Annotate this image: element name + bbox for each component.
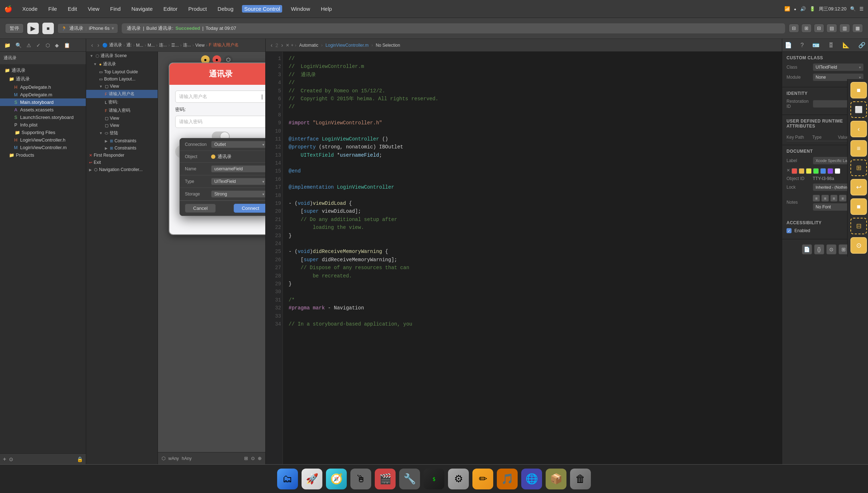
scene-item-view2[interactable]: ▢ View (86, 115, 158, 122)
menu-datetime[interactable]: 周三09:12:20 (819, 6, 846, 12)
editor-toggle-1[interactable]: ⊟ (789, 24, 799, 33)
editor-bc-sep-close[interactable]: ✕ (286, 43, 289, 48)
dock-movies[interactable]: 🎬 (375, 469, 396, 489)
sb-bc-2[interactable]: 通: (126, 42, 132, 48)
insp-icon-doc[interactable]: 📄 (802, 244, 812, 254)
menu-source-control[interactable]: Source Control (242, 5, 282, 13)
scene-item-constraints2[interactable]: ▶ ⊞ Constraints (86, 144, 158, 152)
menu-find[interactable]: Find (108, 5, 123, 13)
editor-toggle-2[interactable]: ⊞ (801, 24, 812, 33)
scene-item-constraints1[interactable]: ▶ ⊞ Constraints (86, 137, 158, 144)
inspector-icon-size[interactable]: 📐 (840, 41, 852, 49)
swatch-purple[interactable] (827, 168, 833, 174)
insp-icon-curly[interactable]: {} (814, 244, 824, 254)
notes-btn-align-right[interactable]: ≡ (830, 195, 837, 202)
scheme-selector[interactable]: 🏃 通讯录 | iPhone 6s ▾ (57, 23, 118, 33)
nav-filter-icon[interactable]: ⊙ (9, 456, 13, 462)
notes-btn-align-center[interactable]: ≡ (821, 195, 829, 202)
dock-safari[interactable]: 🧭 (326, 469, 347, 489)
notes-btn-align-left[interactable]: ≡ (813, 195, 820, 202)
menu-xcode[interactable]: Xcode (20, 5, 40, 13)
canvas-view-as-icon[interactable]: ⬡ (162, 456, 165, 461)
menu-volume[interactable]: 🔊 (800, 6, 806, 11)
menu-bluetooth[interactable]: ⬥ (794, 6, 797, 11)
code-content[interactable]: // // LoginViewController.m // 通讯录 // //… (283, 52, 782, 464)
storyboard-forward-btn[interactable]: › (96, 41, 101, 49)
inspector-icon-connections[interactable]: 🔗 (856, 41, 868, 49)
conn-value-type[interactable]: UITextField ▾ (211, 178, 265, 185)
menu-wifi[interactable]: 📶 (784, 6, 790, 11)
scene-item-password-field[interactable]: F 请输入密码 (86, 106, 158, 115)
nav-add-icon[interactable]: + (3, 456, 6, 462)
sb-bc-6[interactable]: ☰... (171, 43, 179, 48)
tree-item-loginvc-h[interactable]: H LoginViewController.h (0, 136, 86, 144)
apple-menu[interactable]: 🍎 (4, 5, 12, 13)
swatch-orange[interactable] (799, 168, 804, 174)
dock-music[interactable]: 🎵 (497, 469, 518, 489)
widget-btn-list[interactable]: ≡ (850, 140, 867, 157)
nav-test-icon[interactable]: ✓ (35, 42, 42, 49)
nav-warning-icon[interactable]: ⚠ (25, 42, 33, 49)
sb-bc-1[interactable]: 🔵 (102, 43, 108, 48)
tree-item-products[interactable]: 📁 Products (0, 151, 86, 159)
scene-item-view[interactable]: ▼ ▢ View (86, 83, 158, 90)
editor-back-btn[interactable]: ‹ (269, 41, 274, 49)
inspector-icon-identity[interactable]: 🪪 (810, 41, 822, 49)
editor-bc-automatic[interactable]: Automatic (298, 42, 319, 49)
widget-btn-square2[interactable]: ■ (850, 198, 867, 215)
iphone-username-field[interactable]: 请输入用户名 | (175, 91, 265, 103)
sb-bc-view[interactable]: View (195, 43, 205, 48)
dock-archive[interactable]: 📦 (546, 469, 566, 489)
cancel-button[interactable]: Cancel (185, 204, 216, 213)
scene-item-vc[interactable]: ▼ ● 通讯录 (86, 60, 158, 68)
connect-button[interactable]: Connect (234, 204, 265, 213)
sb-bc-7[interactable]: 连... (183, 42, 191, 48)
swatch-yellow[interactable] (806, 168, 812, 174)
editor-bc-plus[interactable]: + (291, 43, 293, 48)
view-toggle-1[interactable]: ▤ (826, 24, 837, 33)
menu-spotlight[interactable]: 🔍 (850, 6, 856, 11)
tree-item-main-storyboard[interactable]: S Main.storyboard (0, 98, 86, 106)
tree-item-通讯录[interactable]: 📁 通讯录 (0, 75, 86, 83)
iphone-password-field[interactable]: 请输入密码 (175, 116, 265, 128)
sb-bc-5[interactable]: 连... (159, 42, 167, 48)
swatch-white[interactable] (835, 168, 840, 174)
view-toggle-3[interactable]: ▦ (852, 24, 863, 33)
doc-close-icon[interactable]: ✕ (787, 168, 790, 173)
dock-sketch[interactable]: ✏ (472, 469, 493, 489)
tree-item-supporting-files[interactable]: 📁 Supporting Files (0, 129, 86, 136)
conn-value-connection[interactable]: Outlet ▾ (211, 141, 265, 148)
conn-value-name[interactable]: usernameField (211, 165, 265, 172)
widget-btn-grid-outline[interactable]: ⊞ (850, 160, 867, 176)
widget-btn-back[interactable]: ‹ (850, 121, 867, 137)
tree-item-launch-storyboard[interactable]: S LaunchScreen.storyboard (0, 114, 86, 121)
scene-item-first-responder[interactable]: ✕ First Responder (86, 152, 158, 159)
accessibility-checkbox[interactable]: ✓ (787, 228, 792, 233)
nav-search-icon[interactable]: 🔍 (14, 42, 23, 49)
canvas-fit-icon[interactable]: ⊕ (258, 456, 262, 461)
sb-bc-label[interactable]: 通讯录 (109, 42, 122, 48)
swatch-red[interactable] (792, 168, 797, 174)
menu-notification[interactable]: ☰ (859, 6, 864, 11)
insp-icon-circle[interactable]: ⊙ (826, 244, 836, 254)
storyboard-back-btn[interactable]: ‹ (90, 41, 94, 49)
scene-item-exit[interactable]: ↩ Exit (86, 159, 158, 166)
widget-btn-circle[interactable]: ⊙ (850, 237, 867, 254)
nav-folder-icon[interactable]: 📁 (3, 42, 12, 49)
menu-product[interactable]: Product (186, 5, 209, 13)
menu-editor[interactable]: Editor (161, 5, 179, 13)
menu-view[interactable]: View (86, 5, 102, 13)
dock-settings[interactable]: ⚙ (448, 469, 469, 489)
scene-item-password-label[interactable]: L 密码: (86, 98, 158, 106)
widget-btn-grid-outline2[interactable]: ⊟ (850, 218, 867, 234)
sb-bc-4[interactable]: M... (148, 43, 155, 48)
canvas-zoom-icon[interactable]: ⊙ (251, 456, 255, 461)
run-button[interactable]: ▶ (27, 23, 39, 34)
nav-breakpoint-icon[interactable]: ◆ (53, 42, 60, 49)
notes-btn-align-justify[interactable]: ≡ (839, 195, 846, 202)
editor-forward-btn[interactable]: › (280, 41, 284, 49)
scene-item-username-field[interactable]: F 请输入用户名 (86, 90, 158, 98)
dock-finder[interactable]: 🗂 (277, 469, 298, 489)
inspector-icon-file[interactable]: 📄 (783, 41, 794, 49)
menu-edit[interactable]: Edit (66, 5, 79, 13)
